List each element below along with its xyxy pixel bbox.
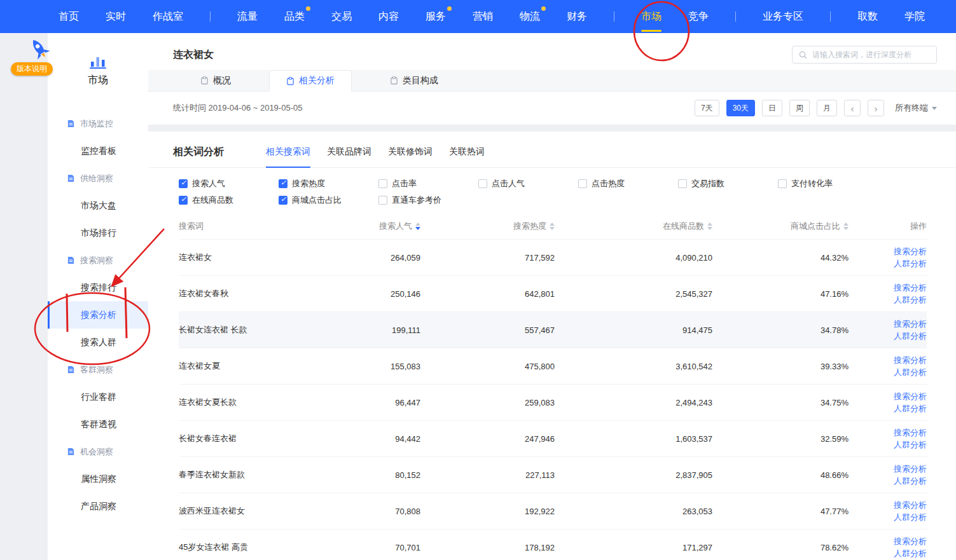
nav-item-war-room[interactable]: 作战室	[153, 10, 183, 24]
nav-item-realtime[interactable]: 实时	[106, 10, 126, 24]
nav-item-trade[interactable]: 交易	[331, 10, 352, 24]
search-input[interactable]	[812, 50, 931, 59]
period-7d-button[interactable]: 7天	[695, 100, 719, 116]
checkbox-search-popularity[interactable]: 搜索人气	[179, 178, 279, 189]
crowd-analysis-link[interactable]: 人群分析	[894, 512, 927, 522]
crowd-analysis-link[interactable]: 人群分析	[894, 548, 927, 559]
cell-search-heat: 259,083	[420, 398, 555, 407]
nav-item-logistics[interactable]: 物流	[520, 10, 540, 24]
sidebar-item-attribute-insight[interactable]: 属性洞察	[48, 465, 148, 493]
terminal-filter-dropdown[interactable]: 所有终端	[895, 102, 937, 114]
nav-item-academy[interactable]: 学院	[904, 10, 925, 24]
sidebar-item-market-ranking[interactable]: 市场排行	[48, 219, 148, 247]
sidebar-item-customer-perspective[interactable]: 客群透视	[48, 411, 148, 438]
checkbox-label: 搜索人气	[192, 178, 225, 189]
search-analysis-link[interactable]: 搜索分析	[894, 500, 927, 510]
nav-item-data-fetch[interactable]: 取数	[857, 10, 878, 24]
version-badge[interactable]: 版本说明	[11, 62, 53, 76]
cell-online-products: 4,090,210	[555, 253, 712, 263]
nav-item-finance[interactable]: 财务	[567, 10, 587, 24]
crowd-analysis-link[interactable]: 人群分析	[894, 403, 927, 414]
search-analysis-link[interactable]: 搜索分析	[894, 355, 927, 365]
checkbox-online-products[interactable]: 在线商品数	[179, 195, 279, 206]
search-icon	[798, 50, 808, 60]
table-row: 连衣裙女春秋 250,146 642,801 2,545,327 47.16% …	[179, 275, 927, 311]
section-label: 机会洞察	[80, 446, 113, 458]
table-header-row: 搜索词 搜索人气 搜索热度 在线商品数 商城点击占比 操作	[179, 214, 927, 239]
col-header-online-products[interactable]: 在线商品数	[555, 221, 712, 232]
checkbox-trade-index[interactable]: 交易指数	[678, 178, 778, 189]
sidebar-item-search-ranking[interactable]: 搜索排行	[48, 274, 148, 301]
checkbox-click-heat[interactable]: 点击热度	[578, 178, 678, 189]
col-label: 商城点击占比	[791, 221, 840, 232]
period-day-button[interactable]: 日	[762, 100, 782, 116]
sidebar-item-monitor-board[interactable]: 监控看板	[48, 137, 148, 165]
tab-related-hot-words[interactable]: 关联热词	[449, 146, 485, 167]
crowd-analysis-link[interactable]: 人群分析	[894, 367, 927, 378]
tab-category-composition[interactable]: 类目构成	[373, 70, 455, 91]
nav-item-competition[interactable]: 竞争	[688, 10, 709, 24]
nav-item-marketing[interactable]: 营销	[473, 10, 493, 24]
sidebar-section-search-insight[interactable]: 搜索洞察	[48, 247, 148, 274]
nav-item-home[interactable]: 首页	[59, 10, 79, 24]
cell-keyword: 连衣裙女春秋	[179, 288, 325, 299]
next-page-button[interactable]: ›	[868, 100, 884, 116]
col-header-search-heat[interactable]: 搜索热度	[420, 221, 555, 232]
search-analysis-link[interactable]: 搜索分析	[894, 391, 927, 402]
tab-related-analysis[interactable]: 相关分析	[269, 70, 352, 92]
crowd-analysis-link[interactable]: 人群分析	[894, 258, 927, 269]
search-box[interactable]	[792, 46, 937, 64]
search-analysis-link[interactable]: 搜索分析	[894, 536, 927, 547]
tab-related-modifier-words[interactable]: 关联修饰词	[388, 146, 433, 167]
crowd-analysis-link[interactable]: 人群分析	[894, 439, 927, 450]
period-week-button[interactable]: 周	[789, 100, 810, 116]
sidebar-item-market-overview[interactable]: 市场大盘	[48, 192, 148, 219]
sidebar-item-industry-customers[interactable]: 行业客群	[48, 383, 148, 411]
checkbox-mall-click-ratio[interactable]: 商城点击占比	[279, 195, 378, 206]
sidebar-item-search-crowd[interactable]: 搜索人群	[48, 329, 148, 356]
tab-related-brand-words[interactable]: 关联品牌词	[327, 146, 371, 167]
nav-item-content[interactable]: 内容	[378, 10, 399, 24]
sidebar-section-customer-insight[interactable]: 客群洞察	[48, 356, 148, 383]
checkbox-click-popularity[interactable]: 点击人气	[478, 178, 578, 189]
prev-page-button[interactable]: ‹	[844, 100, 861, 116]
tab-overview[interactable]: 概况	[184, 70, 247, 91]
crowd-analysis-link[interactable]: 人群分析	[894, 331, 927, 341]
sidebar-section-opportunity-insight[interactable]: 机会洞察	[48, 438, 148, 465]
checkbox-search-heat[interactable]: 搜索热度	[279, 178, 378, 189]
col-label: 在线商品数	[663, 221, 704, 232]
rocket-icon[interactable]	[27, 36, 52, 62]
nav-item-category[interactable]: 品类	[284, 10, 305, 24]
section-label: 市场监控	[80, 118, 113, 130]
nav-item-business-zone[interactable]: 业务专区	[763, 10, 803, 24]
col-header-search-popularity[interactable]: 搜索人气	[325, 221, 420, 232]
search-analysis-link[interactable]: 搜索分析	[894, 282, 927, 293]
checkbox-click-rate[interactable]: 点击率	[378, 178, 478, 189]
nav-item-traffic[interactable]: 流量	[237, 10, 258, 24]
sidebar-item-search-analysis[interactable]: 搜索分析	[48, 301, 148, 329]
col-header-mall-click-ratio[interactable]: 商城点击占比	[712, 221, 849, 232]
section-title: 相关词分析	[173, 146, 224, 167]
nav-item-market[interactable]: 市场	[641, 10, 662, 24]
sidebar-module-header: 市场	[48, 33, 148, 87]
crowd-analysis-link[interactable]: 人群分析	[894, 475, 927, 486]
period-30d-button[interactable]: 30天	[726, 100, 755, 116]
nav-item-service[interactable]: 服务	[426, 10, 446, 24]
sidebar-section-supply-insight[interactable]: 供给洞察	[48, 165, 148, 192]
search-analysis-link[interactable]: 搜索分析	[894, 463, 927, 474]
sidebar-item-product-insight[interactable]: 产品洞察	[48, 493, 148, 520]
checkbox-unchecked-icon	[678, 179, 687, 188]
tab-related-search-words[interactable]: 相关搜索词	[266, 146, 310, 168]
search-analysis-link[interactable]: 搜索分析	[894, 318, 927, 329]
table-row: 连衣裙女夏长款 96,447 259,083 2,494,243 34.75% …	[179, 384, 927, 420]
crowd-analysis-link[interactable]: 人群分析	[894, 294, 927, 305]
period-controls: 7天 30天 日 周 月 ‹ › 所有终端	[695, 100, 937, 116]
cell-search-heat: 178,192	[420, 543, 555, 552]
sidebar-section-market-monitor[interactable]: 市场监控	[48, 110, 148, 137]
checkbox-ztc-reference-price[interactable]: 直通车参考价	[378, 195, 478, 206]
period-month-button[interactable]: 月	[817, 100, 837, 116]
search-analysis-link[interactable]: 搜索分析	[894, 427, 927, 438]
search-analysis-link[interactable]: 搜索分析	[894, 246, 927, 257]
checkbox-label: 支付转化率	[791, 178, 833, 189]
checkbox-pay-conversion[interactable]: 支付转化率	[778, 178, 878, 189]
